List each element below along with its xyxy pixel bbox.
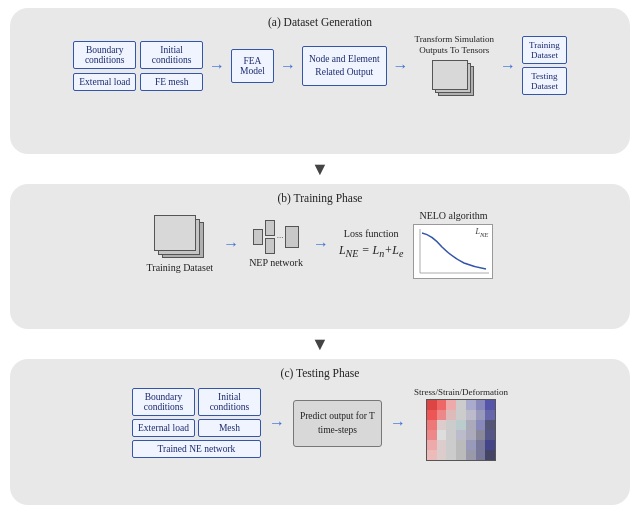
hm-3-5	[476, 430, 486, 440]
training-dataset-box: TrainingDataset	[522, 36, 567, 64]
section-c-content: Boundaryconditions Initialconditions Ext…	[22, 385, 618, 461]
hm-1-0	[427, 410, 437, 420]
arrow-a4: →	[500, 58, 516, 74]
hm-4-1	[437, 440, 447, 450]
arrow-down-2: ▼	[10, 335, 630, 353]
stress-title: Stress/Strain/Deformation	[414, 387, 508, 397]
hm-3-2	[446, 430, 456, 440]
predict-box: Predict output for Ttime-steps	[293, 400, 382, 447]
section-a-panel: (a) Dataset Generation Boundarycondition…	[10, 8, 630, 154]
nn-box-2	[265, 220, 275, 236]
hm-1-2	[446, 410, 456, 420]
hm-4-5	[476, 440, 486, 450]
hm-3-6	[485, 430, 495, 440]
section-a-content: Boundaryconditions Initialconditions Ext…	[22, 34, 618, 98]
c-inputs-wrap: Boundaryconditions Initialconditions Ext…	[132, 388, 261, 458]
hm-5-1	[437, 450, 447, 460]
hm-1-5	[476, 410, 486, 420]
arrow-b1: →	[223, 236, 239, 252]
nn-box-4	[285, 226, 299, 248]
section-b-title: (b) Training Phase	[22, 192, 618, 204]
b-training-item: Training Dataset	[147, 215, 214, 273]
hm-3-1	[437, 430, 447, 440]
c-boundary: Boundaryconditions	[132, 388, 195, 416]
tensor-layer-3	[432, 60, 468, 90]
stress-wrap: Stress/Strain/Deformation	[414, 385, 508, 461]
b-training-label: Training Dataset	[147, 262, 214, 273]
output-boxes: TrainingDataset TestingDataset	[522, 36, 567, 95]
hm-5-0	[427, 450, 437, 460]
hm-1-1	[437, 410, 447, 420]
neo-box: Node and ElementRelated Output	[302, 46, 387, 87]
nn-box-1	[253, 229, 263, 245]
hm-0-5	[476, 400, 486, 410]
transform-label: Transform SimulationOutputs To Tensors	[415, 34, 494, 56]
hm-2-1	[437, 420, 447, 430]
hm-0-3	[456, 400, 466, 410]
b-nep-item: ··· NEP network	[249, 220, 303, 268]
c-initial: Initialconditions	[198, 388, 261, 416]
c-inputs-grid: Boundaryconditions Initialconditions Ext…	[132, 388, 261, 437]
stress-heatmap	[426, 399, 496, 461]
hm-2-0	[427, 420, 437, 430]
tensor-stack-a	[432, 60, 476, 98]
hm-4-2	[446, 440, 456, 450]
nelo-chart: LNE	[413, 224, 493, 279]
arrow-down-1: ▼	[10, 160, 630, 178]
b-loss-label: Loss function	[344, 228, 399, 239]
hm-2-5	[476, 420, 486, 430]
c-trained-ne: Trained NE network	[132, 440, 261, 458]
hm-1-4	[466, 410, 476, 420]
section-a-inputs: Boundaryconditions Initialconditions Ext…	[73, 41, 203, 91]
nelo-chart-svg	[414, 225, 492, 278]
train-stack	[154, 215, 206, 259]
hm-5-3	[456, 450, 466, 460]
b-loss-formula: LNE = Ln+Le	[339, 243, 404, 259]
section-c-panel: (c) Testing Phase Boundaryconditions Ini…	[10, 359, 630, 505]
hm-0-1	[437, 400, 447, 410]
hm-0-2	[446, 400, 456, 410]
hm-0-0	[427, 400, 437, 410]
c-extload: External load	[132, 419, 195, 437]
hm-4-6	[485, 440, 495, 450]
arrow-a3: →	[393, 58, 409, 74]
section-c-title: (c) Testing Phase	[22, 367, 618, 379]
hm-2-3	[456, 420, 466, 430]
hm-2-4	[466, 420, 476, 430]
hm-1-6	[485, 410, 495, 420]
section-b-panel: (b) Training Phase Training Dataset →	[10, 184, 630, 330]
hm-2-6	[485, 420, 495, 430]
arrow-a2: →	[280, 58, 296, 74]
arrow-a1: →	[209, 58, 225, 74]
testing-dataset-box: TestingDataset	[522, 67, 567, 95]
b-nelo-label: NELO algorithm	[419, 210, 487, 221]
hm-4-0	[427, 440, 437, 450]
hm-5-2	[446, 450, 456, 460]
b-nelo-item: NELO algorithm LNE	[413, 210, 493, 279]
nn-box-3	[265, 238, 275, 254]
nn-middle	[265, 220, 275, 254]
main-container: (a) Dataset Generation Boundarycondition…	[0, 0, 640, 513]
arrow-b2: →	[313, 236, 329, 252]
arrow-c1: →	[269, 415, 285, 431]
hm-5-6	[485, 450, 495, 460]
b-nep-label: NEP network	[249, 257, 303, 268]
nn-dots: ···	[277, 232, 284, 242]
hm-0-6	[485, 400, 495, 410]
hm-3-0	[427, 430, 437, 440]
c-mesh: Mesh	[198, 419, 261, 437]
input-boundary-cond: Boundaryconditions	[73, 41, 136, 69]
arrow-c2: →	[390, 415, 406, 431]
ts-layer-3	[154, 215, 196, 251]
hm-4-3	[456, 440, 466, 450]
section-a-title: (a) Dataset Generation	[22, 16, 618, 28]
hm-0-4	[466, 400, 476, 410]
input-ext-load: External load	[73, 73, 136, 91]
hm-2-2	[446, 420, 456, 430]
hm-4-4	[466, 440, 476, 450]
hm-3-3	[456, 430, 466, 440]
hm-3-4	[466, 430, 476, 440]
input-fe-mesh: FE mesh	[140, 73, 203, 91]
nep-network: ···	[253, 220, 300, 254]
hm-5-5	[476, 450, 486, 460]
